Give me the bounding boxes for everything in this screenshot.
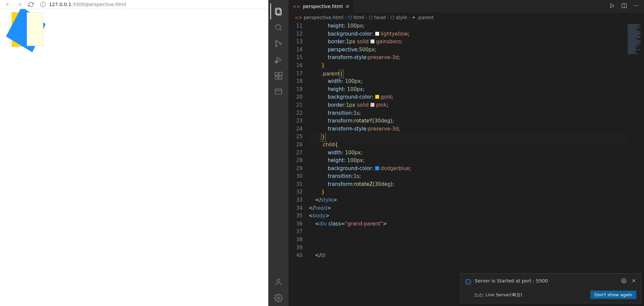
more-actions-icon[interactable] — [633, 3, 639, 10]
breadcrumb-parent[interactable]: .parent — [417, 15, 434, 20]
svg-point-5 — [280, 43, 281, 44]
minimap[interactable] — [626, 22, 644, 306]
html-file-icon: <> — [292, 4, 300, 9]
browser-pane: i 127.0.0.1:5500/perspective.html — [0, 0, 268, 306]
chevron-right-icon: › — [409, 15, 411, 20]
site-info-icon[interactable]: i — [40, 2, 46, 7]
breadcrumb[interactable]: <> perspective.html › ⬡ html › ⬡ head › … — [288, 13, 644, 22]
svg-point-19 — [623, 280, 625, 282]
address-bar[interactable]: 127.0.0.1:5500/perspective.html — [49, 2, 126, 7]
activity-bar — [268, 0, 288, 306]
url-host: 127.0.0.1 — [49, 2, 71, 7]
forward-button[interactable] — [15, 0, 24, 8]
svg-point-12 — [277, 279, 280, 282]
source-control-icon[interactable] — [270, 36, 286, 52]
settings-gear-icon[interactable] — [270, 290, 286, 306]
breadcrumb-style[interactable]: style — [396, 15, 407, 20]
url-path: /perspective.html — [85, 2, 126, 7]
notification-toast: Server is Started at port : 5500 소스: Liv… — [460, 273, 641, 303]
symbol-icon: ⬡ — [369, 15, 373, 20]
extensions-icon[interactable] — [270, 68, 286, 84]
svg-point-2 — [275, 24, 280, 30]
notification-settings-icon[interactable] — [621, 278, 627, 285]
notification-close-icon[interactable] — [631, 278, 636, 285]
url-port: :5500 — [71, 2, 85, 7]
search-icon[interactable] — [270, 19, 286, 36]
run-icon[interactable] — [609, 3, 615, 10]
breadcrumb-html[interactable]: html — [354, 15, 364, 20]
svg-rect-7 — [275, 72, 278, 75]
browser-toolbar: i 127.0.0.1:5500/perspective.html — [0, 0, 268, 9]
html-file-icon: <> — [294, 15, 302, 20]
svg-point-3 — [275, 41, 277, 42]
tab-close-icon[interactable]: × — [345, 3, 350, 9]
chevron-right-icon: › — [366, 15, 368, 20]
svg-point-15 — [634, 5, 635, 6]
svg-rect-8 — [275, 76, 278, 79]
svg-point-13 — [277, 297, 280, 299]
account-icon[interactable] — [270, 274, 286, 290]
debug-icon[interactable] — [270, 52, 286, 68]
notification-message: Server is Started at port : 5500 — [475, 278, 548, 284]
svg-rect-9 — [279, 76, 282, 79]
live-server-icon[interactable] — [270, 84, 286, 100]
back-button[interactable] — [3, 0, 13, 8]
editor-actions — [609, 0, 644, 13]
svg-point-17 — [638, 5, 638, 6]
dont-show-again-button[interactable]: Don't show again — [590, 291, 636, 299]
svg-rect-11 — [275, 89, 282, 94]
preview-parent — [11, 12, 41, 47]
split-editor-icon[interactable] — [621, 3, 627, 10]
tab-bar: <> perspective.html × — [288, 0, 644, 13]
chevron-right-icon: › — [387, 15, 389, 20]
reload-button[interactable] — [26, 0, 36, 8]
symbol-icon: ⬡ — [348, 15, 352, 20]
tab-filename: perspective.html — [303, 4, 342, 9]
chevron-right-icon: › — [345, 15, 347, 20]
symbol-icon: ⬡ — [390, 15, 394, 20]
breadcrumb-file[interactable]: perspective.html — [304, 15, 343, 20]
code-content[interactable]: height: 100px; background-color: lightye… — [309, 22, 626, 306]
svg-point-16 — [636, 5, 637, 6]
breadcrumb-head[interactable]: head — [374, 15, 386, 20]
info-icon — [465, 279, 471, 286]
tab-perspective-html[interactable]: <> perspective.html × — [288, 0, 354, 13]
browser-viewport — [0, 9, 268, 306]
explorer-icon[interactable] — [270, 3, 286, 19]
svg-point-4 — [275, 45, 277, 47]
preview-child — [6, 9, 46, 52]
svg-rect-10 — [279, 72, 282, 75]
vscode-pane: <> perspective.html × <> perspective.htm… — [268, 0, 644, 306]
editor-area: <> perspective.html × <> perspective.htm… — [288, 0, 644, 306]
symbol-icon: ✦ — [412, 15, 416, 20]
code-editor[interactable]: 1112131415161718192021222324252627282930… — [288, 22, 644, 306]
preview-grand-parent — [10, 12, 43, 46]
line-gutter: 1112131415161718192021222324252627282930… — [288, 22, 309, 306]
